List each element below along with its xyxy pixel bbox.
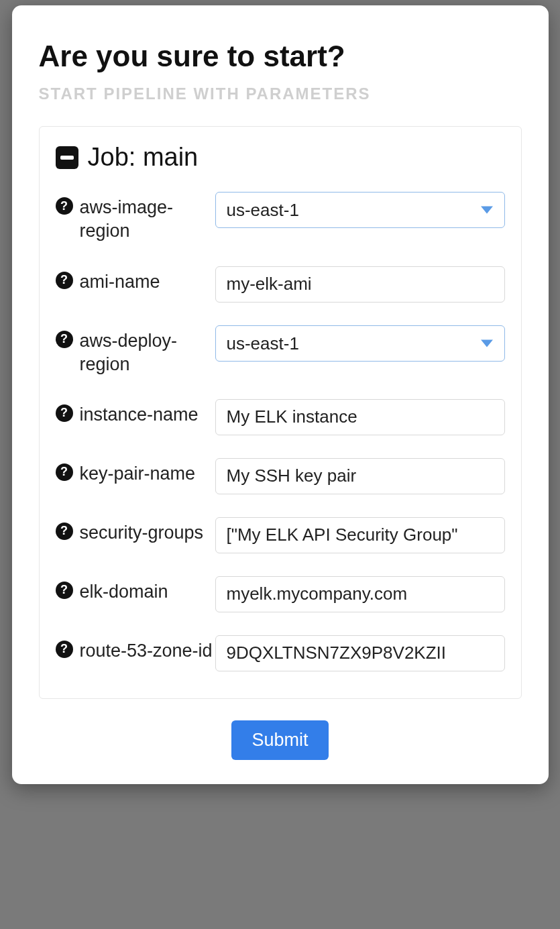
modal-subtitle: START PIPELINE WITH PARAMETERS [39, 85, 522, 103]
label-col: ? aws-image-region [56, 192, 215, 243]
help-icon[interactable]: ? [56, 463, 73, 481]
label-col: ? key-pair-name [56, 458, 215, 486]
row-key-pair-name: ? key-pair-name [56, 458, 505, 494]
label-col: ? route-53-zone-id [56, 635, 215, 663]
label-col: ? ami-name [56, 266, 215, 294]
security-groups-input[interactable] [215, 517, 505, 553]
label-col: ? security-groups [56, 517, 215, 545]
field-label: route-53-zone-id [80, 639, 213, 663]
modal-title: Are you sure to start? [39, 40, 522, 72]
row-elk-domain: ? elk-domain [56, 576, 505, 612]
job-panel: Job: main ? aws-image-region us-east-1 [39, 126, 522, 698]
field-label: ami-name [80, 270, 160, 294]
aws-image-region-select[interactable]: us-east-1 [215, 192, 505, 228]
instance-name-input[interactable] [215, 399, 505, 435]
help-icon[interactable]: ? [56, 404, 73, 422]
row-instance-name: ? instance-name [56, 399, 505, 435]
confirm-start-modal: Are you sure to start? START PIPELINE WI… [12, 5, 549, 784]
row-ami-name: ? ami-name [56, 266, 505, 303]
field-label: elk-domain [80, 580, 168, 604]
help-icon[interactable]: ? [56, 197, 73, 215]
help-icon[interactable]: ? [56, 331, 73, 348]
row-route53-zone-id: ? route-53-zone-id [56, 635, 505, 671]
field-label: aws-image-region [80, 196, 215, 243]
label-col: ? aws-deploy-region [56, 325, 215, 376]
submit-button[interactable]: Submit [231, 720, 328, 760]
row-aws-image-region: ? aws-image-region us-east-1 [56, 192, 505, 243]
ami-name-input[interactable] [215, 266, 505, 303]
help-icon[interactable]: ? [56, 272, 73, 289]
modal-backdrop: Are you sure to start? START PIPELINE WI… [0, 0, 560, 929]
aws-deploy-region-select[interactable]: us-east-1 [215, 325, 505, 362]
field-label: aws-deploy-region [80, 329, 215, 376]
field-label: security-groups [80, 521, 204, 545]
label-col: ? instance-name [56, 399, 215, 427]
field-label: instance-name [80, 403, 199, 427]
panel-header: Job: main [56, 143, 505, 172]
label-col: ? elk-domain [56, 576, 215, 604]
submit-row: Submit [39, 720, 522, 760]
panel-title: Job: main [88, 143, 199, 172]
help-icon[interactable]: ? [56, 523, 73, 540]
route53-zone-id-input[interactable] [215, 635, 505, 671]
collapse-icon[interactable] [56, 146, 78, 169]
field-label: key-pair-name [80, 462, 196, 486]
help-icon[interactable]: ? [56, 641, 73, 658]
row-aws-deploy-region: ? aws-deploy-region us-east-1 [56, 325, 505, 376]
row-security-groups: ? security-groups [56, 517, 505, 553]
key-pair-name-input[interactable] [215, 458, 505, 494]
help-icon[interactable]: ? [56, 582, 73, 599]
elk-domain-input[interactable] [215, 576, 505, 612]
